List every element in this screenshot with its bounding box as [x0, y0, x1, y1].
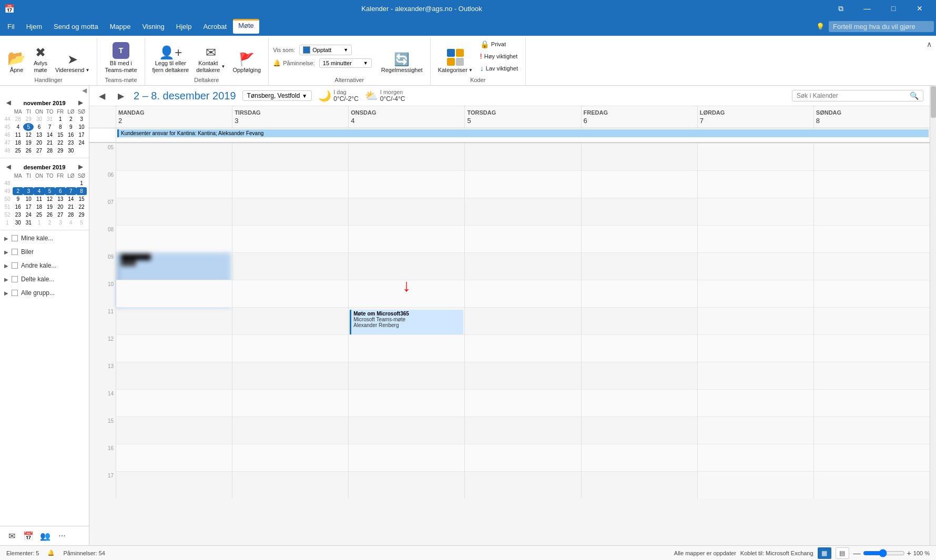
wed-13[interactable] — [349, 362, 464, 389]
nov-19[interactable]: 19 — [23, 139, 34, 147]
nov-12[interactable]: 12 — [23, 131, 34, 139]
menu-visning[interactable]: Visning — [137, 19, 169, 34]
tue-09[interactable] — [232, 252, 348, 280]
zoom-out-btn[interactable]: — — [853, 549, 861, 557]
dec-14[interactable]: 14 — [66, 195, 76, 203]
mon-10[interactable] — [116, 280, 232, 307]
thu-06[interactable] — [465, 170, 581, 198]
dec-19[interactable]: 19 — [45, 203, 55, 211]
tue-07[interactable] — [232, 198, 348, 225]
thu-16[interactable] — [465, 444, 581, 471]
menu-acrobat[interactable]: Acrobat — [198, 19, 232, 34]
nov-1[interactable]: 1 — [55, 115, 66, 123]
dec-12[interactable]: 12 — [45, 195, 55, 203]
november-prev-btn[interactable]: ◀ — [4, 98, 13, 107]
nov-31[interactable]: 31 — [45, 115, 55, 123]
wed-06[interactable] — [349, 170, 464, 198]
dec-21[interactable]: 21 — [66, 203, 76, 211]
dec-10[interactable]: 10 — [23, 195, 34, 203]
mon-17[interactable] — [116, 471, 232, 498]
wed-16[interactable] — [349, 444, 464, 471]
nov-23[interactable]: 23 — [66, 139, 76, 147]
vis-som-dropdown[interactable]: Opptatt ▼ — [299, 45, 352, 55]
dec-16[interactable]: 16 — [13, 203, 23, 211]
nov-9[interactable]: 9 — [66, 123, 76, 131]
december-prev-btn[interactable]: ◀ — [4, 162, 13, 171]
nov-18[interactable]: 18 — [13, 139, 23, 147]
menu-hjelp[interactable]: Hjelp — [171, 19, 197, 34]
menu-hjem[interactable]: Hjem — [21, 19, 47, 34]
sun-17[interactable] — [814, 471, 930, 498]
nov-5-today[interactable]: 5 — [23, 123, 34, 131]
nov-16[interactable]: 16 — [66, 131, 76, 139]
menu-send[interactable]: Send og motta — [48, 19, 104, 34]
nov-29b[interactable]: 29 — [55, 147, 66, 155]
nov-17[interactable]: 17 — [76, 131, 87, 139]
nov-3[interactable]: 3 — [76, 115, 87, 123]
nov-28[interactable]: 28 — [13, 115, 23, 123]
dec-31[interactable]: 31 — [23, 219, 34, 227]
mon-06[interactable] — [116, 170, 232, 198]
privat-btn[interactable]: 🔒 Privat — [477, 39, 521, 49]
search-icon[interactable]: 🔍 — [910, 91, 919, 100]
dec-1[interactable]: 1 — [76, 179, 87, 187]
thu-08[interactable] — [465, 225, 581, 252]
thu-11[interactable] — [465, 307, 581, 334]
sat-12[interactable] — [698, 334, 813, 362]
thu-13[interactable] — [465, 362, 581, 389]
calendar-nav-btn[interactable]: 📅 — [21, 528, 36, 543]
jan-5[interactable]: 5 — [76, 219, 87, 227]
fri-09[interactable] — [582, 252, 697, 280]
jan-2[interactable]: 2 — [45, 219, 55, 227]
dec-17[interactable]: 17 — [23, 203, 34, 211]
avlys-btn[interactable]: ✖ Avlysmøte — [30, 38, 51, 75]
nov-21[interactable]: 21 — [45, 139, 55, 147]
sat-06[interactable] — [698, 170, 813, 198]
jan-4[interactable]: 4 — [66, 219, 76, 227]
menu-fil[interactable]: Fil — [2, 19, 20, 34]
dec-9[interactable]: 9 — [13, 195, 23, 203]
sidebar-andre-kale[interactable]: ▶ Andre kale... — [0, 259, 89, 272]
fri-13[interactable] — [582, 362, 697, 389]
tue-12[interactable] — [232, 334, 348, 362]
menu-mote[interactable]: Møte — [233, 19, 259, 34]
mon-08[interactable] — [116, 225, 232, 252]
tue-17[interactable] — [232, 471, 348, 498]
sun-05[interactable] — [814, 143, 930, 170]
dec-8[interactable]: 8 — [76, 187, 87, 195]
nov-6[interactable]: 6 — [34, 123, 44, 131]
mon-14[interactable] — [116, 389, 232, 416]
kategoriser-btn[interactable]: Kategoriser ▼ — [435, 38, 476, 75]
dec-11[interactable]: 11 — [34, 195, 44, 203]
jan-1[interactable]: 1 — [34, 219, 44, 227]
dec-4[interactable]: 4 — [34, 187, 44, 195]
dec-23[interactable]: 23 — [13, 211, 23, 219]
dec-6[interactable]: 6 — [55, 187, 66, 195]
location-dropdown[interactable]: Tønsberg, Vestfold ▼ — [242, 90, 312, 101]
lav-viktighet-btn[interactable]: ↓ Lav viktighet — [477, 63, 521, 74]
nov-8[interactable]: 8 — [55, 123, 66, 131]
jan-3[interactable]: 3 — [55, 219, 66, 227]
andre-checkbox[interactable] — [12, 262, 18, 269]
sat-09[interactable] — [698, 252, 813, 280]
dec-27[interactable]: 27 — [55, 211, 66, 219]
sidebar-collapse-btn[interactable]: ◀ — [0, 86, 89, 95]
dec-15[interactable]: 15 — [76, 195, 87, 203]
sun-08[interactable] — [814, 225, 930, 252]
nov-30b[interactable]: 30 — [66, 147, 76, 155]
nov-4[interactable]: 4 — [13, 123, 23, 131]
mon-09[interactable]: ████████ ████ — [116, 252, 232, 280]
tue-05[interactable] — [232, 143, 348, 170]
sun-07[interactable] — [814, 198, 930, 225]
tue-06[interactable] — [232, 170, 348, 198]
thu-14[interactable] — [465, 389, 581, 416]
thu-15[interactable] — [465, 416, 581, 444]
hoy-viktighet-btn[interactable]: ! Høy viktighet — [477, 51, 521, 62]
tue-08[interactable] — [232, 225, 348, 252]
nov-30[interactable]: 30 — [34, 115, 44, 123]
nov-7[interactable]: 7 — [45, 123, 55, 131]
sat-15[interactable] — [698, 416, 813, 444]
nov-14[interactable]: 14 — [45, 131, 55, 139]
sat-10[interactable] — [698, 280, 813, 307]
mon-07[interactable] — [116, 198, 232, 225]
